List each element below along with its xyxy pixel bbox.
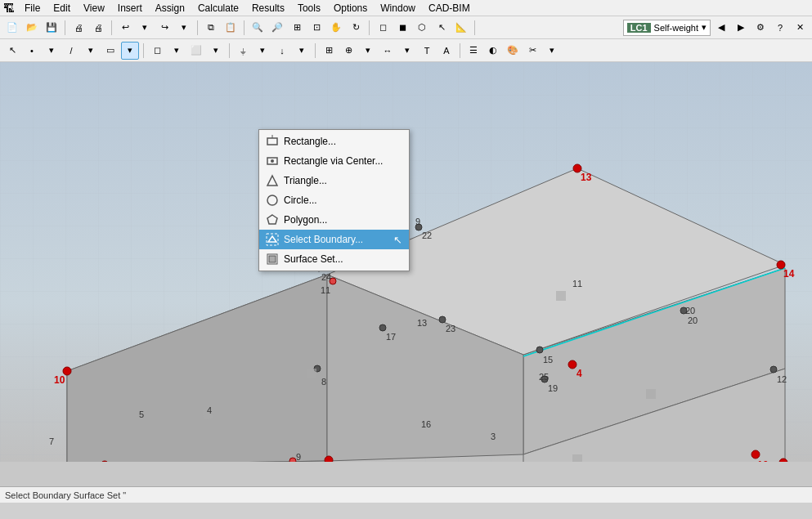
svg-point-78 [267, 195, 277, 205]
menu-assign[interactable]: Assign [149, 2, 191, 15]
menu-tools[interactable]: Tools [291, 2, 327, 15]
lc-tag: LC1 [627, 23, 651, 33]
dim-tool[interactable]: ↔ [379, 42, 397, 60]
redo-button[interactable]: ↪ [155, 19, 173, 37]
color-by[interactable]: 🎨 [504, 42, 522, 60]
lc-next-button[interactable]: ▶ [732, 19, 750, 37]
copy-button[interactable]: ⧉ [202, 19, 220, 37]
svg-text:7: 7 [49, 436, 54, 446]
redo-drop-button[interactable]: ▾ [175, 19, 193, 37]
surface-tool[interactable]: ▭ [101, 42, 119, 60]
print-preview-button[interactable]: 🖨 [89, 19, 107, 37]
select-button[interactable]: ↖ [433, 19, 451, 37]
new-button[interactable]: 📄 [3, 19, 21, 37]
svg-text:16: 16 [421, 419, 431, 429]
sep5 [369, 20, 370, 35]
lc-prev-button[interactable]: ◀ [712, 19, 730, 37]
support-drop[interactable]: ▾ [253, 42, 271, 60]
svg-text:4: 4 [576, 368, 582, 379]
polygon-icon [266, 213, 279, 226]
surface-set-icon [266, 253, 279, 266]
close-button[interactable]: ✕ [791, 19, 809, 37]
svg-rect-39 [646, 389, 656, 399]
pan-button[interactable]: ✋ [327, 19, 345, 37]
lc-selector[interactable]: LC1 Self-weight ▾ [623, 20, 711, 36]
line-drop[interactable]: ▾ [82, 42, 100, 60]
open-button[interactable]: 📂 [23, 19, 41, 37]
paste-button[interactable]: 📋 [222, 19, 240, 37]
rotate-button[interactable]: ↻ [347, 19, 365, 37]
menu-window[interactable]: Window [374, 2, 422, 15]
zoom-window-button[interactable]: ⊡ [307, 19, 325, 37]
print-button[interactable]: 🖨 [70, 19, 87, 37]
svg-text:20: 20 [685, 306, 695, 315]
measure-button[interactable]: 📐 [452, 19, 470, 37]
svg-marker-79 [267, 215, 277, 224]
lc-label: Self-weight [654, 23, 698, 33]
svg-text:15: 15 [543, 355, 553, 365]
sep10 [460, 43, 460, 58]
opening-tool[interactable]: ⬜ [187, 42, 205, 60]
dim-drop[interactable]: ▾ [398, 42, 416, 60]
line-tool[interactable]: / [62, 42, 80, 60]
section-drop[interactable]: ▾ [543, 42, 561, 60]
menu-edit[interactable]: Edit [47, 2, 77, 15]
rectangle-via-center-label: Rectangle via Center... [284, 155, 383, 167]
wireframe-button[interactable]: ⬡ [413, 19, 431, 37]
support-tool[interactable]: ⏚ [234, 42, 252, 60]
snap-drop[interactable]: ▾ [359, 42, 377, 60]
sep1 [65, 20, 65, 35]
lc-dropdown-arrow[interactable]: ▾ [702, 22, 707, 33]
load-tool[interactable]: ↓ [273, 42, 291, 60]
select-tool[interactable]: ↖ [3, 42, 21, 60]
toolbar-1: 📄 📂 💾 🖨 🖨 ↩ ▾ ↪ ▾ ⧉ 📋 🔍 🔎 ⊞ ⊡ ✋ ↻ ◻ ◼ ⬡ … [0, 16, 812, 39]
dropdown-rectangle[interactable]: Rectangle... [259, 132, 409, 151]
section-cut[interactable]: ✂ [523, 42, 541, 60]
grid-tool[interactable]: ⊞ [320, 42, 338, 60]
svg-marker-81 [268, 236, 276, 242]
node-tool[interactable]: • [23, 42, 41, 60]
save-button[interactable]: 💾 [43, 19, 61, 37]
menu-cadbim[interactable]: CAD-BIM [422, 2, 477, 15]
dropdown-triangle[interactable]: Triangle... [259, 171, 409, 190]
menu-calculate[interactable]: Calculate [191, 2, 245, 15]
svg-point-35 [770, 366, 777, 373]
menu-file[interactable]: File [18, 2, 47, 15]
solid-drop[interactable]: ▾ [168, 42, 186, 60]
node-drop[interactable]: ▾ [43, 42, 61, 60]
undo-drop-button[interactable]: ▾ [136, 19, 154, 37]
menu-insert[interactable]: Insert [111, 2, 149, 15]
isometric-button[interactable]: ◻ [374, 19, 392, 37]
settings-button[interactable]: ⚙ [751, 19, 769, 37]
cursor-indicator: ↖ [393, 234, 402, 246]
svg-text:11: 11 [321, 285, 330, 295]
zoom-in-button[interactable]: 🔍 [249, 19, 267, 37]
render-button[interactable]: ◼ [393, 19, 411, 37]
annotation-tool[interactable]: A [437, 42, 455, 60]
dropdown-circle[interactable]: Circle... [259, 190, 409, 210]
svg-text:19: 19 [548, 383, 558, 393]
svg-text:12: 12 [777, 374, 787, 384]
menu-view[interactable]: View [77, 2, 111, 15]
snap-tool[interactable]: ⊕ [339, 42, 357, 60]
svg-point-17 [325, 456, 333, 462]
help-button[interactable]: ? [771, 19, 789, 37]
dropdown-polygon[interactable]: Polygon... [259, 210, 409, 230]
select-boundary-label: Select Boundary... [284, 234, 363, 245]
menu-options[interactable]: Options [327, 2, 374, 15]
dropdown-surface-set[interactable]: Surface Set... [259, 249, 409, 269]
text-tool[interactable]: T [418, 42, 436, 60]
zoom-all-button[interactable]: ⊞ [288, 19, 306, 37]
solid-tool[interactable]: ◻ [148, 42, 166, 60]
load-drop[interactable]: ▾ [293, 42, 311, 60]
dropdown-rectangle-via-center[interactable]: Rectangle via Center... [259, 151, 409, 171]
zoom-out-button[interactable]: 🔎 [268, 19, 286, 37]
menu-results[interactable]: Results [245, 2, 291, 15]
svg-text:9: 9 [296, 452, 301, 462]
dropdown-select-boundary[interactable]: Select Boundary... ↖ [259, 230, 409, 249]
undo-button[interactable]: ↩ [116, 19, 134, 37]
view-filter[interactable]: ◐ [484, 42, 502, 60]
display-opts[interactable]: ☰ [464, 42, 482, 60]
opening-drop[interactable]: ▾ [207, 42, 225, 60]
surface-drop[interactable]: ▾ [121, 42, 139, 60]
